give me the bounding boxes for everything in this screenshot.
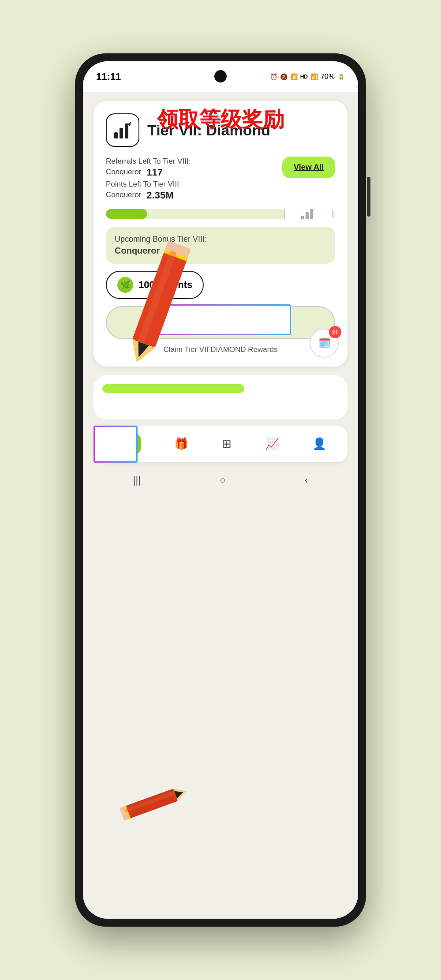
leaf-icon: 🌿 — [117, 277, 133, 293]
status-icons: ⏰ 🔕 📶 HD 📶 70% 🔋 — [270, 73, 345, 81]
tier-card: Tier VII: Diamond Referrals Left To Tier… — [93, 101, 348, 367]
battery-icon: 🔋 — [337, 73, 345, 80]
nav-item-profile[interactable]: 👤 — [312, 437, 326, 451]
signal-icon: 📶 — [310, 73, 318, 80]
progress-container — [106, 209, 335, 219]
progress-icon — [284, 209, 333, 219]
boost-icon: 🚀 — [121, 437, 135, 450]
volume-button — [367, 177, 370, 217]
svg-rect-17 — [124, 791, 175, 813]
status-time: 11:11 — [96, 71, 121, 82]
points-label: Points Left To Tier VIII: — [106, 180, 335, 189]
referrals-value: 117 — [146, 167, 163, 178]
svg-rect-3 — [301, 216, 304, 219]
svg-rect-15 — [120, 806, 130, 821]
bonus-sublabel: Conqueror — [115, 246, 326, 256]
nav-item-stats[interactable]: 📈 — [265, 437, 279, 451]
claim-button[interactable]: CLAIM — [106, 306, 335, 339]
referrals-row: Referrals Left To Tier VIII: Conqueror 1… — [106, 157, 335, 178]
phone-screen: 11:11 ⏰ 🔕 📶 HD 📶 70% 🔋 — [83, 61, 358, 919]
boost-icon-wrapper: 🚀 — [115, 433, 141, 455]
svg-marker-14 — [174, 788, 184, 798]
points-row: Points Left To Tier VIII: Conqueror 2.35… — [106, 180, 335, 201]
svg-rect-2 — [125, 123, 128, 138]
nav-item-boost[interactable]: 🚀 — [115, 433, 141, 455]
svg-rect-5 — [310, 209, 313, 219]
view-all-button[interactable]: View All — [282, 157, 335, 178]
tier-header: Tier VII: Diamond — [106, 113, 335, 147]
main-content: Tier VII: Diamond Referrals Left To Tier… — [83, 92, 358, 919]
points-pill: 🌿 1000 Points — [106, 271, 204, 299]
progress-bar — [106, 209, 147, 219]
second-card — [93, 375, 348, 419]
svg-rect-16 — [124, 806, 131, 819]
nav-item-gifts[interactable]: 🎁 — [174, 437, 188, 451]
phone-frame: 11:11 ⏰ 🔕 📶 HD 📶 70% 🔋 — [75, 53, 366, 927]
battery-level: 70% — [321, 73, 335, 81]
status-bar: 11:11 ⏰ 🔕 📶 HD 📶 70% 🔋 — [83, 61, 358, 92]
svg-rect-4 — [306, 212, 309, 219]
stats-icon: 📈 — [265, 437, 279, 451]
second-card-bar — [102, 384, 244, 393]
nav-item-grid[interactable]: ⊞ — [222, 437, 232, 451]
tier-logo — [106, 113, 139, 147]
mute-icon: 🔕 — [280, 73, 288, 80]
svg-rect-0 — [114, 132, 118, 138]
referrals-label: Referrals Left To Tier VIII: — [106, 157, 282, 166]
app-navbar: 🚀 🎁 ⊞ 📈 👤 — [93, 426, 348, 462]
system-nav: ||| ○ ‹ — [93, 468, 348, 492]
gifts-icon: 🎁 — [174, 437, 188, 451]
bonus-label: Upcoming Bonus Tier VIII: — [115, 235, 326, 244]
pencil-annotation-2 — [116, 776, 199, 845]
claim-desc: Claim Tier VII DIAMOND Rewards — [106, 345, 335, 354]
navbar-wrapper: 🚀 🎁 ⊞ 📈 👤 — [93, 426, 348, 462]
points-pill-value: 1000 Points — [138, 279, 192, 291]
claim-section: CLAIM — [106, 306, 335, 345]
referrals-sublabel: Conqueror — [106, 168, 141, 176]
recent-apps-btn[interactable]: ||| — [133, 475, 141, 486]
bonus-section: Upcoming Bonus Tier VIII: Conqueror — [106, 227, 335, 264]
grid-icon: ⊞ — [222, 437, 232, 451]
notification-badge: 21 — [329, 326, 341, 338]
hd-icon: HD — [300, 74, 308, 80]
svg-rect-1 — [120, 128, 123, 138]
home-btn[interactable]: ○ — [220, 475, 225, 486]
svg-marker-13 — [173, 785, 188, 801]
referrals-info: Referrals Left To Tier VIII: Conqueror 1… — [106, 157, 282, 178]
notification-btn[interactable]: 🗓️ 21 — [310, 329, 339, 358]
back-btn[interactable]: ‹ — [305, 475, 308, 486]
tier-title: Tier VII: Diamond — [147, 122, 270, 139]
points-value: 2.35M — [146, 190, 173, 201]
points-sublabel: Conqueror — [106, 191, 141, 199]
svg-rect-12 — [123, 789, 178, 819]
profile-icon: 👤 — [312, 437, 326, 451]
alarm-icon: ⏰ — [270, 73, 277, 80]
tier-info: Referrals Left To Tier VIII: Conqueror 1… — [106, 157, 335, 201]
camera-notch — [214, 70, 227, 82]
wifi-icon: 📶 — [290, 73, 298, 80]
